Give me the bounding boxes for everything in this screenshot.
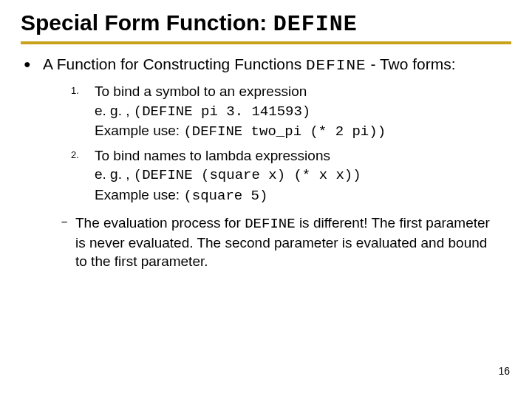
bullet-dot-icon: ● <box>24 55 43 74</box>
dash-icon: – <box>53 214 75 231</box>
lead-bullet: ● A Function for Constructing Functions … <box>24 55 511 76</box>
page-number: 16 <box>498 365 510 377</box>
lead-before: A Function for Constructing Functions <box>43 55 306 72</box>
eg-code: (DEFINE pi 3. 141593) <box>134 103 310 120</box>
lead-after: - Two forms: <box>366 55 456 72</box>
eg-label: e. g. , <box>95 166 134 182</box>
list-item: 1. To bind a symbol to an expression e. … <box>69 82 511 142</box>
item-body: To bind names to lambda expressions e. g… <box>95 146 361 206</box>
title-code: DEFINE <box>273 12 358 37</box>
ex-code: (DEFINE two_pi (* 2 pi)) <box>183 123 386 140</box>
lead-code: DEFINE <box>306 57 366 74</box>
eg-label: e. g. , <box>95 103 134 118</box>
item-number: 1. <box>69 82 95 100</box>
note-code: DEFINE <box>245 216 295 232</box>
ex-label: Example use: <box>95 187 183 202</box>
title-text: Special Form Function: <box>21 10 273 35</box>
list-item: 2. To bind names to lambda expressions e… <box>69 146 511 206</box>
ordered-list: 1. To bind a symbol to an expression e. … <box>69 82 511 206</box>
ex-code: (square 5) <box>183 188 267 204</box>
slide-title: Special Form Function: DEFINE <box>21 10 511 44</box>
item-example-def: e. g. , (DEFINE pi 3. 141593) <box>95 101 386 122</box>
item-example-def: e. g. , (DEFINE (square x) (* x x)) <box>95 165 361 185</box>
item-number: 2. <box>69 146 95 164</box>
item-line: To bind a symbol to an expression <box>95 82 386 101</box>
lead-text: A Function for Constructing Functions DE… <box>43 55 456 76</box>
item-body: To bind a symbol to an expression e. g. … <box>95 82 386 142</box>
note-before: The evaluation process for <box>75 215 245 231</box>
eg-code: (DEFINE (square x) (* x x)) <box>134 167 361 183</box>
item-example-use: Example use: (DEFINE two_pi (* 2 pi)) <box>95 121 386 142</box>
item-example-use: Example use: (square 5) <box>95 185 361 206</box>
note-text: The evaluation process for DEFINE is dif… <box>75 214 511 270</box>
item-line: To bind names to lambda expressions <box>95 146 361 166</box>
slide: Special Form Function: DEFINE ● A Functi… <box>0 0 532 399</box>
note-row: – The evaluation process for DEFINE is d… <box>53 214 511 270</box>
ex-label: Example use: <box>95 123 183 138</box>
